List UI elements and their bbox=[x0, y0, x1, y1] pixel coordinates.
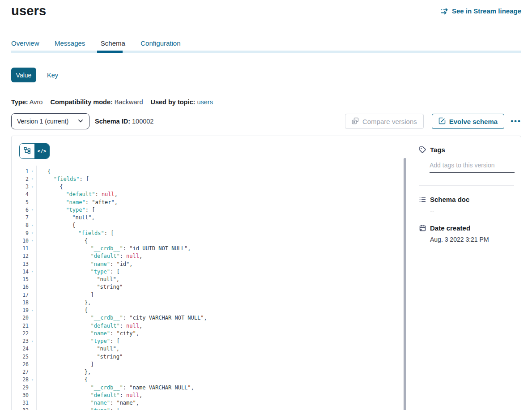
code-text: "null", bbox=[36, 346, 119, 352]
code-text: ] bbox=[36, 361, 94, 367]
type-label: Type: bbox=[11, 98, 28, 106]
editor-scrollbar[interactable] bbox=[404, 158, 406, 410]
see-in-stream-lineage-link[interactable]: See in Stream lineage bbox=[440, 7, 521, 15]
line-number: 31 bbox=[12, 400, 29, 406]
code-text: "name": "name", bbox=[36, 400, 139, 406]
fold-toggle-icon[interactable]: ▾ bbox=[29, 169, 36, 173]
code-line: 26] bbox=[12, 360, 411, 368]
value-toggle-button[interactable]: Value bbox=[11, 68, 36, 82]
type-field: Type: Avro bbox=[11, 98, 43, 106]
fold-toggle-icon[interactable]: ▾ bbox=[29, 185, 36, 189]
tab-configuration[interactable]: Configuration bbox=[140, 39, 180, 47]
line-number: 25 bbox=[12, 354, 29, 360]
code-view-icon: </> bbox=[38, 148, 47, 154]
compare-versions-button[interactable]: Compare versions bbox=[345, 114, 424, 129]
code-line: 20"__crdb__": "city VARCHAR NOT NULL", bbox=[12, 314, 411, 322]
schema-doc-value: -- bbox=[430, 207, 514, 214]
fold-toggle-icon[interactable]: ▾ bbox=[29, 378, 36, 382]
line-number: 21 bbox=[12, 323, 29, 329]
tree-view-button[interactable] bbox=[20, 144, 34, 158]
more-options-button[interactable]: ••• bbox=[511, 119, 521, 124]
ellipsis-icon: ••• bbox=[511, 117, 521, 125]
type-value: Avro bbox=[30, 98, 43, 106]
code-text: "type": [ bbox=[36, 207, 95, 213]
code-line: 25"string" bbox=[12, 353, 411, 360]
tab-underline-track bbox=[11, 51, 521, 53]
compatibility-field: Compatibility mode: Backward bbox=[50, 98, 143, 106]
code-line: 19▾{ bbox=[12, 307, 411, 314]
used-by-topic-link[interactable]: users bbox=[197, 98, 213, 106]
tags-section: Tags bbox=[419, 146, 514, 186]
date-created-section: Date created Aug. 3 2022 3:21 PM bbox=[419, 224, 514, 243]
code-view-button[interactable]: </> bbox=[34, 144, 49, 158]
fold-toggle-icon[interactable]: ▾ bbox=[29, 308, 36, 312]
code-line: 12"default": null, bbox=[12, 252, 411, 260]
fold-toggle-icon[interactable]: ▾ bbox=[29, 223, 36, 227]
tags-title: Tags bbox=[430, 146, 445, 154]
code-text: "__crdb__": "name VARCHAR NULL", bbox=[36, 384, 194, 391]
schema-id-field: Schema ID: 100002 bbox=[95, 118, 153, 125]
code-line: 1▾{ bbox=[12, 167, 411, 175]
code-text: "string" bbox=[36, 284, 123, 290]
fold-toggle-icon[interactable]: ▾ bbox=[29, 239, 36, 243]
list-icon bbox=[419, 196, 426, 203]
tab-schema[interactable]: Schema bbox=[101, 39, 125, 47]
line-number: 9 bbox=[12, 230, 29, 236]
line-number: 8 bbox=[12, 222, 29, 228]
compatibility-value: Backward bbox=[115, 98, 143, 106]
line-number: 13 bbox=[12, 261, 29, 267]
code-text: "fields": [ bbox=[36, 176, 89, 182]
tab-messages[interactable]: Messages bbox=[55, 39, 85, 47]
line-number: 6 bbox=[12, 207, 29, 213]
code-text: "string" bbox=[36, 354, 123, 360]
evolve-schema-button[interactable]: Evolve schema bbox=[432, 114, 504, 129]
code-text: "__crdb__": "city VARCHAR NOT NULL", bbox=[36, 315, 207, 321]
compare-versions-label: Compare versions bbox=[362, 118, 417, 125]
line-number: 23 bbox=[12, 338, 29, 344]
version-select[interactable]: Version 1 (current) bbox=[11, 113, 89, 129]
code-line: 11"__crdb__": "id UUID NOT NULL", bbox=[12, 245, 411, 252]
fold-toggle-icon[interactable]: ▾ bbox=[29, 339, 36, 343]
code-line: 14▾"type": [ bbox=[12, 268, 411, 275]
evolve-schema-label: Evolve schema bbox=[449, 118, 498, 125]
schema-id-label: Schema ID: bbox=[95, 118, 130, 125]
schema-page: users See in Stream lineage Overview Mes… bbox=[0, 0, 532, 410]
evolve-schema-icon bbox=[438, 117, 446, 126]
fold-toggle-icon[interactable]: ▾ bbox=[29, 177, 36, 181]
code-text: "__crdb__": "id UUID NOT NULL", bbox=[36, 245, 191, 252]
line-number: 29 bbox=[12, 384, 29, 391]
line-number: 18 bbox=[12, 299, 29, 306]
line-number: 10 bbox=[12, 238, 29, 244]
compare-versions-icon bbox=[352, 117, 359, 126]
tab-overview[interactable]: Overview bbox=[11, 39, 39, 47]
code-text: "default": null, bbox=[36, 191, 118, 197]
code-text: "type": [ bbox=[36, 407, 120, 410]
code-text: { bbox=[36, 238, 88, 244]
code-line: 18}, bbox=[12, 299, 411, 306]
code-line: 6▾"type": [ bbox=[12, 206, 411, 214]
fold-toggle-icon[interactable]: ▾ bbox=[29, 269, 36, 273]
page-header: users See in Stream lineage bbox=[11, 0, 521, 18]
key-toggle-button[interactable]: Key bbox=[47, 72, 58, 79]
calendar-plus-icon bbox=[419, 224, 426, 232]
code-line: 13"name": "id", bbox=[12, 260, 411, 268]
fold-toggle-icon[interactable]: ▾ bbox=[29, 208, 36, 212]
code-line: 22"name": "city", bbox=[12, 329, 411, 337]
code-line: 9▾"fields": [ bbox=[12, 229, 411, 237]
code-lines: 1▾{2▾"fields": [3▾{4"default": null,5"na… bbox=[12, 167, 411, 410]
version-toolbar: Version 1 (current) Schema ID: 100002 bbox=[11, 113, 521, 129]
code-text: "default": null, bbox=[36, 392, 142, 398]
fold-toggle-icon[interactable]: ▾ bbox=[29, 231, 36, 235]
date-created-title: Date created bbox=[430, 224, 470, 232]
code-line: 7"null", bbox=[12, 214, 411, 222]
code-line: 17] bbox=[12, 291, 411, 299]
code-line: 16"string" bbox=[12, 283, 411, 291]
code-text: "name": "city", bbox=[36, 330, 139, 337]
code-text: "name": "id", bbox=[36, 261, 133, 267]
used-by-topic-field: Used by topic: users bbox=[150, 98, 213, 106]
line-number: 14 bbox=[12, 269, 29, 275]
tags-input[interactable] bbox=[430, 159, 515, 173]
value-key-toggle: Value Key bbox=[11, 68, 521, 82]
code-line: 23▾"type": [ bbox=[12, 337, 411, 345]
line-number: 2 bbox=[12, 176, 29, 182]
